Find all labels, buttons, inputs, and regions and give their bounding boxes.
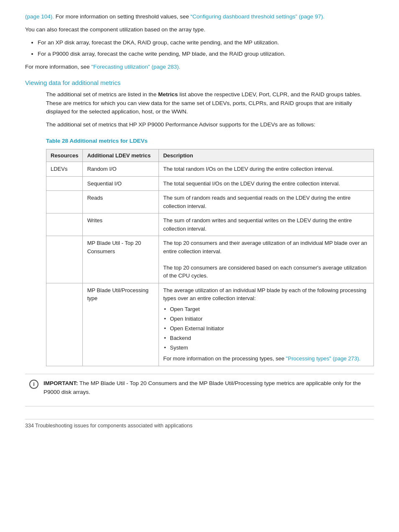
bullet-open-initiator: Open Initiator [163, 315, 369, 323]
section-content: The additional set of metrics are listed… [46, 90, 374, 366]
table-row: Sequential I/O The total sequential I/Os… [46, 176, 374, 191]
intro-bullet-2: For a P9000 disk array, forecast the cac… [38, 50, 374, 59]
link-configuring-dashboard[interactable]: “Configuring dashboard threshold setting… [190, 13, 324, 20]
table-row: LDEVs Random I/O The total random I/Os o… [46, 162, 374, 177]
cell-resource-5 [46, 236, 83, 283]
col-header-description: Description [159, 149, 374, 162]
cell-resource-2 [46, 176, 83, 191]
table-row: MP Blade Util/Processing type The averag… [46, 283, 374, 366]
cell-metric-5: MP Blade Util - Top 20 Consumers [83, 236, 159, 283]
section-para1: The additional set of metrics are listed… [46, 90, 374, 117]
table-header-row: Resources Additional LDEV metrics Descri… [46, 149, 374, 162]
link-page104[interactable]: (page 104). [25, 13, 54, 20]
table-row: Reads The sum of random reads and sequen… [46, 191, 374, 213]
cell-resource-3 [46, 191, 83, 213]
bullet-open-external: Open External Initiator [163, 324, 369, 333]
cell-desc-4: The sum of random writes and sequential … [159, 213, 374, 236]
desc-6-bullets: Open Target Open Initiator Open External… [163, 305, 369, 352]
intro-paragraph: (page 104). For more information on sett… [25, 13, 374, 21]
footer-text: 334 Troubleshooting issues for component… [25, 423, 192, 429]
intro-para2: For more information, see "Forecasting u… [25, 63, 374, 72]
important-icon: i [29, 380, 38, 389]
col-header-resources: Resources [46, 149, 83, 162]
cell-metric-6: MP Blade Util/Processing type [83, 283, 159, 366]
bullet-system: System [163, 344, 369, 352]
cell-metric-4: Writes [83, 213, 159, 236]
intro-bullet-1: For an XP disk array, forecast the DKA, … [38, 39, 374, 47]
intro-bullets: For an XP disk array, forecast the DKA, … [38, 39, 374, 59]
cell-metric-2: Sequential I/O [83, 176, 159, 191]
link-processing-types[interactable]: "Processing types" (page 273). [286, 355, 361, 362]
cell-desc-6: The average utilization of an individual… [159, 283, 374, 366]
col-header-metrics: Additional LDEV metrics [83, 149, 159, 162]
important-box: i IMPORTANT: The MP Blade Util - Top 20 … [25, 374, 374, 406]
cell-desc-1: The total random I/Os on the LDEV during… [159, 162, 374, 177]
cell-metric-3: Reads [83, 191, 159, 213]
desc-6-intro: The average utilization of an individual… [163, 287, 366, 302]
important-label: IMPORTANT: [43, 380, 78, 386]
cell-resource-6 [46, 283, 83, 366]
cell-desc-2: The total sequential I/Os on the LDEV du… [159, 176, 374, 191]
footer: 334 Troubleshooting issues for component… [25, 419, 374, 429]
table-row: Writes The sum of random writes and sequ… [46, 213, 374, 236]
intro-link1-desc: For more information on setting threshol… [54, 13, 190, 20]
important-body-text: The MP Blade Util - Top 20 Consumers and… [43, 380, 361, 395]
cell-resource-4 [46, 213, 83, 236]
desc-5-part2: The top 20 consumers are considered base… [163, 265, 366, 279]
intro-para1: You can also forecast the component util… [25, 26, 374, 34]
section-para2: The additional set of metrics that HP XP… [46, 121, 374, 129]
table-row: MP Blade Util - Top 20 Consumers The top… [46, 236, 374, 283]
desc-5-part1: The top 20 consumers and their average u… [163, 240, 367, 254]
desc-6-suffix-pre: For more information on the processing t… [163, 355, 286, 362]
table-title: Table 28 Additional metrics for LDEVs [46, 137, 374, 146]
bullet-backend: Backend [163, 334, 369, 342]
cell-desc-3: The sum of random reads and sequential r… [159, 191, 374, 213]
cell-resource-1: LDEVs [46, 162, 83, 177]
cell-metric-1: Random I/O [83, 162, 159, 177]
bullet-open-target: Open Target [163, 305, 369, 314]
cell-desc-5: The top 20 consumers and their average u… [159, 236, 374, 283]
ldev-metrics-table: Resources Additional LDEV metrics Descri… [46, 149, 374, 366]
metrics-bold: Metrics [158, 91, 178, 98]
link-forecasting[interactable]: "Forecasting utilization" (page 283). [91, 64, 180, 70]
intro-para2-prefix: For more information, see [25, 64, 91, 70]
section-heading: Viewing data for additional metrics [25, 79, 374, 86]
important-text: IMPORTANT: The MP Blade Util - Top 20 Co… [43, 379, 370, 397]
